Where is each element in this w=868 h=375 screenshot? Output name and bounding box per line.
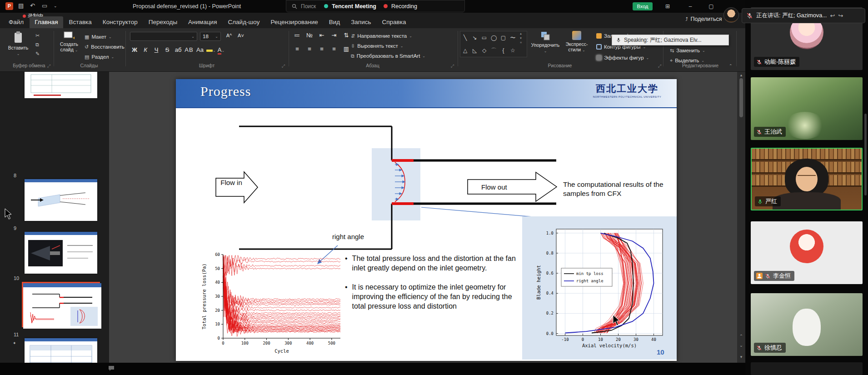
diamond-icon[interactable]: ◇ [482,47,486,54]
align-center-icon[interactable]: ≡ [305,45,314,52]
reply-arrow-icon[interactable]: ↩ [830,12,835,19]
participant-video-3[interactable]: 李金恒 [751,221,863,284]
clipboard-dialog-launcher-icon[interactable]: ⤢ [47,64,50,69]
tab-Запись[interactable]: Запись [346,16,376,28]
font-dialog-launcher-icon[interactable]: ⤢ [282,64,285,69]
star-icon[interactable]: ☆ [510,47,515,54]
font-name-combo[interactable]: ⌄ [130,32,197,41]
increase-indent-icon[interactable]: ⇥ [329,32,339,39]
participant-video-1[interactable]: 王治武 [751,77,863,140]
right-triangle-icon[interactable]: ◺ [473,47,477,54]
slideshow-icon[interactable]: ▭ [42,2,47,10]
tab-Переходы[interactable]: Переходы [144,16,182,28]
scrollbar-thumb[interactable] [739,78,743,117]
tab-Конструктор[interactable]: Конструктор [98,16,143,28]
align-right-icon[interactable]: ≡ [317,45,326,52]
triangle-icon[interactable]: △ [463,47,467,54]
rectangle-icon[interactable]: ▭ [482,35,487,41]
section-button[interactable]: ▤ Раздел ⌄ [85,53,114,61]
format-painter-icon[interactable]: ✎ [35,51,40,57]
participants-scrollbar[interactable] [864,114,867,195]
login-button[interactable]: Вход [633,2,653,10]
participant-video-2[interactable]: 严红 [751,148,863,210]
quick-access-chevron-icon[interactable]: ⌄ [54,2,57,10]
brace-icon[interactable]: { [502,47,504,54]
speaking-banner[interactable]: 正在讲话: 严红; Gazimova... ↩ ↪ [742,8,865,23]
tab-Файл[interactable]: Файл [4,16,29,28]
columns-icon[interactable]: ▥ [342,45,351,52]
font-format-button-6[interactable]: Аа [195,46,205,53]
ellipse-icon[interactable]: ◯ [491,35,497,41]
line-icon[interactable]: ╲ [464,35,467,41]
layout-button[interactable]: ▦ Макет ⌄ [85,33,112,41]
font-format-button-5[interactable]: АВ [185,46,194,53]
tab-Вставка[interactable]: Вставка [64,16,97,28]
ribbon-display-options-icon[interactable]: ⊞ [660,2,675,11]
font-format-button-2[interactable]: Ч [152,46,161,53]
align-text-button[interactable]: ⇳ Выровнять текст ⌄ [351,42,404,50]
save-icon[interactable]: ▤ [18,2,24,10]
search-label[interactable]: Поиск [301,3,316,10]
text-direction-button[interactable]: ⇵ Направление текста ⌄ [351,32,412,40]
participant-video-4[interactable]: 徐慎忍 [751,293,863,356]
next-slide-icon[interactable]: ⌄ [737,343,745,348]
shapes-gallery[interactable]: ╲↘▭◯▢〜▴▾≡△◺◇⌒{☆ [460,31,527,57]
shrink-font-button[interactable]: А˅ [236,33,245,38]
reset-button[interactable]: ↺ Восстановить [85,43,125,51]
collapse-ribbon-icon[interactable]: ⌃ [729,64,733,68]
tab-Справка[interactable]: Справка [377,16,411,28]
rounded-rectangle-icon[interactable]: ▢ [501,35,506,41]
thumbnail-partial[interactable] [25,72,97,98]
animation-star-icon[interactable]: ✦ [13,341,16,345]
numbering-icon[interactable]: № [305,32,314,39]
minimize-button[interactable]: – [683,2,698,11]
align-left-icon[interactable]: ≡ [293,45,302,52]
font-format-button-3[interactable]: S [163,46,172,53]
undo-icon[interactable]: ↶ [30,2,35,10]
arc-icon[interactable]: ⌒ [491,47,497,55]
tencent-meeting-overlay[interactable]: Поиск Tencent Meeting Recording [286,0,465,12]
avatar[interactable] [723,7,739,23]
scribble-icon[interactable]: 〜 [510,34,516,42]
font-format-button-4[interactable]: аб [174,46,183,53]
new-slide-button[interactable]: ✦ Создать слайд ⌄ [56,30,82,60]
shape-effects-button[interactable]: Эффекты фигур ⌄ [596,54,649,62]
thumbnail-slide-9[interactable] [25,232,97,274]
arrange-button[interactable]: Упорядочить ⌄ [531,30,560,60]
tab-Главная[interactable]: Главная [30,16,63,28]
thumbnail-slide-11[interactable] [25,338,97,363]
font-format-button-1[interactable]: К [141,46,150,53]
justify-icon[interactable]: ≡ [329,45,339,52]
tab-Слайд-шоу[interactable]: Слайд-шоу [223,16,264,28]
copy-icon[interactable]: ⧉ [35,42,39,48]
font-size-combo[interactable]: 18⌄ [200,32,221,41]
maximize-button[interactable]: ▢ [703,2,719,11]
smartart-button[interactable]: ⧉ Преобразовать в SmartArt ⌄ [351,52,425,60]
font-format-button-0[interactable]: Ж [130,46,139,53]
arrow-icon[interactable]: ↘ [472,35,477,41]
bullets-icon[interactable]: ≔ [293,32,302,39]
highlight-color-icon[interactable]: ⌄ [206,45,216,54]
participant-video-partial[interactable] [751,362,863,375]
tab-Рецензирование[interactable]: Рецензирование [265,16,323,28]
quick-styles-button[interactable]: Экспресс-стили ⌄ [562,30,592,60]
tab-Анимация[interactable]: Анимация [183,16,222,28]
replace-button[interactable]: ⇆ Заменить ⌄ [670,46,705,55]
gallery-up-icon[interactable]: ▴ [520,32,522,35]
slide-editing-area[interactable]: Progress 西北工业大学 NORTHWESTERN POLYTECHNIC… [176,79,677,361]
gallery-more-icon[interactable]: ≡ [520,41,522,44]
tab-Вид[interactable]: Вид [324,16,345,28]
slide-scrollbar[interactable]: ▴ ⌃ ⌄ ▾ [737,72,745,363]
decrease-indent-icon[interactable]: ⇤ [317,32,326,39]
scroll-up-icon[interactable]: ▴ [737,73,745,77]
previous-slide-icon[interactable]: ⌃ [737,334,745,339]
thumbnail-slide-10[interactable] [22,282,100,327]
drawing-dialog-launcher-icon[interactable]: ⤢ [658,64,661,69]
line-spacing-icon[interactable]: ⇅ [342,32,351,39]
paste-button[interactable]: Вставить ⌄ [6,30,30,60]
share-button[interactable]: ⤴ Поделиться ⌄ [685,16,728,22]
scroll-down-icon[interactable]: ▾ [737,355,745,359]
paragraph-dialog-launcher-icon[interactable]: ⤢ [451,64,454,69]
thumbnail-slide-8[interactable] [25,179,97,221]
gallery-down-icon[interactable]: ▾ [520,36,522,40]
